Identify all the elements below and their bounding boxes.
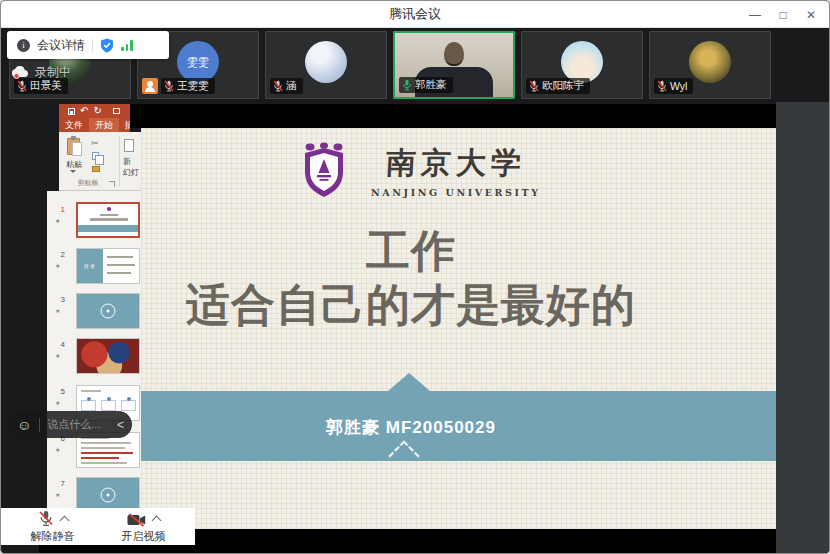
format-painter-icon[interactable] [92,166,100,172]
tencent-meeting-window: 腾讯会议 — □ ✕ [0,0,830,554]
nju-name-english: NANJING UNIVERSITY [371,187,541,198]
camera-off-icon [127,513,146,527]
dialog-launcher-icon[interactable] [109,181,115,187]
tab-file[interactable]: 文件 [59,118,89,132]
redo-icon[interactable]: ↻ [93,106,101,116]
participant-name: 涵 [286,79,297,93]
ppt-titlebar: ↶ ↻ [59,104,130,118]
slide-number: 7 [49,479,65,488]
paste-dropdown-caret[interactable] [70,170,76,173]
slide-number: 5 [49,387,65,396]
participant-name: 田景美 [30,79,62,93]
animation-star-icon: ★ [55,352,60,359]
unmute-button[interactable]: 解除静音 [10,510,96,544]
animation-star-icon: ★ [55,446,60,453]
meeting-info-bar[interactable]: i 会议详情 [7,31,169,59]
avatar: 雯雯 [177,41,219,83]
presentation-icon[interactable] [113,108,120,114]
chat-collapse-icon[interactable]: < [117,418,124,432]
tab-insert[interactable]: 插入 [119,118,130,132]
chevron-up-icon[interactable] [152,515,162,525]
muted-mic-icon [529,80,539,92]
recording-indicator[interactable]: 录制中 [11,64,71,81]
divider [92,39,93,52]
animation-star-icon: ★ [55,262,60,269]
security-shield-icon[interactable] [100,38,114,53]
recording-label: 录制中 [35,64,71,81]
chat-input-placeholder[interactable]: 说点什么... [47,417,115,432]
presenter-line: 郭胜豪 MF20050029 [151,416,671,439]
avatar [561,41,603,83]
slide-number: 1 [49,205,65,214]
divider [39,418,40,432]
new-slide-label-2[interactable]: 幻灯 [123,167,139,178]
maximize-button[interactable]: □ [771,3,795,27]
nju-name-chinese: 南京大学 [385,143,527,184]
participant-name: 王雯雯 [177,79,209,93]
network-signal-icon [121,40,133,51]
minimize-button[interactable]: — [743,3,767,27]
ppt-tab-row: 文件 开始 插入 [59,118,130,132]
nju-shield-logo [303,142,345,198]
slide-number: 3 [49,295,65,304]
start-video-label: 开启视频 [122,529,166,544]
window-title: 腾讯会议 [389,5,441,23]
window-controls: — □ ✕ [743,1,823,28]
close-button[interactable]: ✕ [799,3,823,27]
chevron-up-icon[interactable] [59,515,69,525]
animation-star-icon: ★ [55,307,60,314]
new-slide-label-1[interactable]: 新 [123,156,131,167]
muted-mic-icon [164,80,174,92]
avatar [305,41,347,83]
tab-home[interactable]: 开始 [89,118,119,132]
muted-mic-icon [273,80,283,92]
meeting-details-label[interactable]: 会议详情 [37,37,85,54]
toc-mini-label: 目录 [77,249,103,283]
nju-logo-texts: 南京大学 NANJING UNIVERSITY [371,143,541,198]
muted-mic-icon [17,80,27,92]
participant-name: 欧阳陈宇 [542,79,584,93]
unmute-label: 解除静音 [31,529,75,544]
paste-icon[interactable] [67,138,80,155]
start-video-button[interactable]: 开启视频 [101,510,187,544]
active-mic-icon [402,79,412,91]
band-triangle [388,373,430,391]
thumbnail-slide-1[interactable] [76,202,140,238]
window-titlebar: 腾讯会议 — □ ✕ [1,1,829,28]
slide-title: 工作 适合自己的才是最好的 [151,224,671,332]
animation-star-icon: ★ [55,491,60,498]
slide-number: 4 [49,340,65,349]
cut-icon[interactable]: ✂ [91,138,99,148]
undo-icon[interactable]: ↶ [80,106,88,116]
ppt-ribbon: 粘贴 ✂ 剪贴板 新 幻灯 [59,132,141,191]
participant-tile[interactable]: Wyl [649,31,771,99]
participant-name: Wyl [670,80,687,92]
shared-slide: 南京大学 NANJING UNIVERSITY 工作 适合自己的才是最好的 郭胜… [141,128,776,529]
cloud-recording-icon [11,66,29,79]
slide-title-line1: 工作 [151,224,671,278]
chat-quick-input[interactable]: ☺ 说点什么... < [9,411,132,438]
host-badge-icon [142,78,158,94]
thumbnail-slide-2[interactable]: 目录 [76,248,140,284]
copy-icon[interactable] [92,152,99,160]
muted-mic-icon [38,510,54,527]
animation-star-icon: ★ [55,399,60,406]
bottom-control-bar: 解除静音 开启视频 [1,508,195,545]
save-icon[interactable] [68,108,75,115]
thumbnail-slide-4[interactable] [76,338,140,374]
new-slide-icon[interactable] [124,139,134,152]
thumbnail-slide-3[interactable] [76,293,140,329]
slide-letterbox-top [130,104,776,128]
ribbon-divider [119,136,120,186]
emoji-icon[interactable]: ☺ [17,418,31,432]
muted-mic-icon [657,80,667,92]
participant-tile-active-speaker[interactable]: 郭胜豪 [393,31,515,99]
meeting-stage: 南京大学 NANJING UNIVERSITY 工作 适合自己的才是最好的 郭胜… [1,28,829,554]
nju-logo-block: 南京大学 NANJING UNIVERSITY [303,142,541,198]
participant-tile[interactable]: 涵 [265,31,387,99]
right-background-column [776,102,829,554]
participant-name: 郭胜豪 [415,78,447,92]
participant-tile[interactable]: 欧阳陈宇 [521,31,643,99]
slide-title-line2: 适合自己的才是最好的 [151,278,671,332]
paste-label[interactable]: 粘贴 [61,159,87,170]
